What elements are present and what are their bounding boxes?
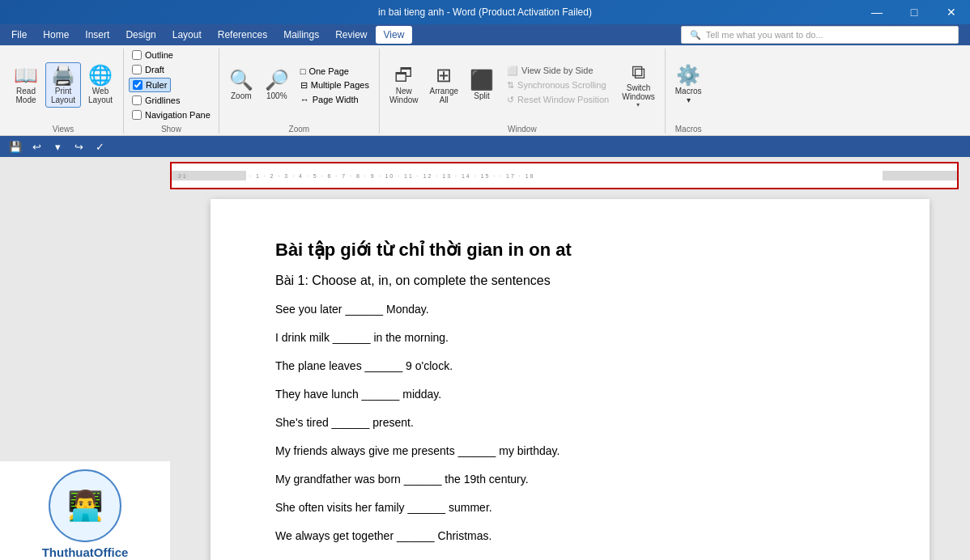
outline-check[interactable] bbox=[132, 50, 142, 60]
doc-line-8: We always get together ______ Christmas. bbox=[275, 528, 865, 545]
show-group-label: Show bbox=[161, 125, 181, 134]
doc-page: Bài tập giới từ chỉ thời gian in on at B… bbox=[211, 199, 930, 560]
draft-checkbox[interactable]: Draft bbox=[129, 63, 168, 76]
page-width-label: Page Width bbox=[313, 95, 359, 104]
ruler-check[interactable] bbox=[133, 80, 143, 90]
minimize-button[interactable]: — bbox=[858, 0, 896, 24]
logo-brand: ThuthuatOffice bbox=[42, 545, 129, 559]
doc-main: · 1 · 2 · 3 · 4 · 5 · 6 · 7 · 8 · 9 · 10… bbox=[170, 157, 970, 560]
macros-button[interactable]: ⚙️ Macros▾ bbox=[670, 63, 707, 107]
navpane-label: Navigation Pane bbox=[145, 110, 211, 120]
zoom-buttons: 🔍 Zoom 🔎 100% □ One Page ⊟ Multiple Page… bbox=[224, 49, 374, 121]
gridlines-check[interactable] bbox=[132, 95, 142, 105]
view-side-by-side-button[interactable]: ⬜ View Side by Side bbox=[500, 64, 615, 78]
read-mode-label: ReadMode bbox=[15, 87, 36, 104]
document-area: 👨‍💻 ThuthuatOffice TRI TY CUA DAN DONG S… bbox=[0, 157, 970, 560]
doc-line-0: See you later ______ Monday. bbox=[275, 301, 865, 318]
search-bar[interactable]: 🔍 Tell me what you want to do... bbox=[681, 26, 959, 44]
menu-mailings[interactable]: Mailings bbox=[275, 26, 327, 44]
switch-windows-arrow: ▾ bbox=[636, 101, 640, 108]
print-layout-icon: 🖨️ bbox=[51, 66, 75, 85]
group-zoom: 🔍 Zoom 🔎 100% □ One Page ⊟ Multiple Page… bbox=[219, 49, 380, 134]
doc-line-5: My friends always give me presents _____… bbox=[275, 443, 865, 460]
close-button[interactable]: ✕ bbox=[933, 0, 970, 24]
new-window-icon: 🗗 bbox=[394, 66, 414, 85]
menu-view[interactable]: View bbox=[376, 26, 413, 44]
window-group-label: Window bbox=[508, 125, 537, 134]
outline-label: Outline bbox=[145, 50, 173, 60]
ruler-checkbox[interactable]: Ruler bbox=[129, 78, 171, 92]
group-views: 📖 ReadMode 🖨️ PrintLayout 🌐 WebLayout Vi… bbox=[3, 49, 124, 134]
zoom-column: □ One Page ⊟ Multiple Pages ↔ Page Width bbox=[296, 65, 374, 106]
search-icon: 🔍 bbox=[690, 30, 701, 40]
qat-check[interactable]: ✓ bbox=[91, 138, 108, 155]
page-width-icon: ↔ bbox=[300, 95, 309, 104]
qat-save[interactable]: 💾 bbox=[6, 138, 24, 155]
web-layout-icon: 🌐 bbox=[88, 66, 113, 85]
menu-layout[interactable]: Layout bbox=[164, 26, 210, 44]
one-page-label: One Page bbox=[308, 66, 349, 76]
switch-windows-label: SwitchWindows bbox=[622, 83, 655, 101]
window-controls: — □ ✕ bbox=[858, 0, 970, 24]
zoom-button[interactable]: 🔍 Zoom bbox=[224, 68, 258, 103]
zoom-group-label: Zoom bbox=[289, 125, 310, 134]
maximize-button[interactable]: □ bbox=[896, 0, 933, 24]
left-sidebar: 👨‍💻 ThuthuatOffice TRI TY CUA DAN DONG S… bbox=[0, 157, 170, 560]
sync-scroll-icon: ⇅ bbox=[507, 80, 514, 91]
zoom-percent-button[interactable]: 🔎 100% bbox=[260, 68, 294, 103]
menu-home[interactable]: Home bbox=[35, 26, 77, 44]
one-page-button[interactable]: □ One Page bbox=[296, 65, 374, 78]
ribbon: 📖 ReadMode 🖨️ PrintLayout 🌐 WebLayout Vi… bbox=[0, 45, 970, 136]
navpane-check[interactable] bbox=[132, 110, 142, 120]
split-label: Split bbox=[474, 91, 489, 100]
draft-check[interactable] bbox=[132, 65, 142, 74]
web-layout-button[interactable]: 🌐 WebLayout bbox=[83, 63, 118, 107]
new-window-button[interactable]: 🗗 NewWindow bbox=[385, 63, 423, 107]
menu-file[interactable]: File bbox=[3, 26, 35, 44]
ruler-left-nums: ·2·1· bbox=[173, 163, 191, 188]
read-mode-icon: 📖 bbox=[14, 66, 38, 85]
show-buttons: Outline Draft Ruler Gridlines Navigation… bbox=[129, 49, 214, 121]
new-window-label: NewWindow bbox=[389, 87, 419, 104]
split-button[interactable]: ⬛ Split bbox=[465, 68, 499, 103]
menu-bar: File Home Insert Design Layout Reference… bbox=[0, 24, 970, 45]
doc-line-2: The plane leaves ______ 9 o'clock. bbox=[275, 358, 865, 375]
menu-design[interactable]: Design bbox=[117, 26, 164, 44]
qat-undo[interactable]: ↩ bbox=[28, 138, 45, 155]
gridlines-label: Gridlines bbox=[145, 95, 180, 105]
logo-section: 👨‍💻 ThuthuatOffice TRI TY CUA DAN DONG S… bbox=[0, 461, 170, 560]
multiple-pages-button[interactable]: ⊟ Multiple Pages bbox=[296, 78, 374, 92]
search-placeholder: Tell me what you want to do... bbox=[706, 30, 823, 40]
doc-title: Bài tập giới từ chỉ thời gian in on at bbox=[275, 240, 865, 261]
split-icon: ⬛ bbox=[470, 70, 494, 90]
gridlines-checkbox[interactable]: Gridlines bbox=[129, 94, 183, 107]
reset-window-icon: ↺ bbox=[507, 95, 514, 105]
menu-review[interactable]: Review bbox=[327, 26, 375, 44]
outline-checkbox[interactable]: Outline bbox=[129, 49, 177, 62]
reset-window-label: Reset Window Position bbox=[517, 95, 609, 104]
switch-windows-icon: ⧉ bbox=[632, 62, 645, 82]
switch-windows-button[interactable]: ⧉ SwitchWindows ▾ bbox=[617, 60, 660, 111]
one-page-icon: □ bbox=[300, 66, 306, 76]
arrange-all-button[interactable]: ⊞ ArrangeAll bbox=[425, 63, 464, 107]
reset-window-position-button[interactable]: ↺ Reset Window Position bbox=[500, 93, 615, 107]
view-side-label: View Side by Side bbox=[521, 66, 593, 75]
qat-undo-dropdown[interactable]: ▾ bbox=[49, 138, 66, 155]
quick-access-toolbar: 💾 ↩ ▾ ↪ ✓ bbox=[0, 136, 970, 157]
group-show: Outline Draft Ruler Gridlines Navigation… bbox=[124, 49, 219, 134]
read-mode-button[interactable]: 📖 ReadMode bbox=[8, 63, 44, 107]
menu-insert[interactable]: Insert bbox=[77, 26, 117, 44]
ribbon-groups: 📖 ReadMode 🖨️ PrintLayout 🌐 WebLayout Vi… bbox=[0, 49, 970, 134]
title-bar: in bai tieng anh - Word (Product Activat… bbox=[0, 0, 970, 24]
qat-redo[interactable]: ↪ bbox=[70, 138, 87, 155]
synchronous-scrolling-button[interactable]: ⇅ Synchronous Scrolling bbox=[500, 78, 615, 92]
macros-buttons: ⚙️ Macros▾ bbox=[670, 49, 707, 121]
doc-scroll[interactable]: Bài tập giới từ chỉ thời gian in on at B… bbox=[170, 191, 970, 560]
web-layout-label: WebLayout bbox=[88, 87, 113, 104]
page-width-button[interactable]: ↔ Page Width bbox=[296, 93, 374, 106]
print-layout-button[interactable]: 🖨️ PrintLayout bbox=[45, 62, 81, 108]
navpane-checkbox[interactable]: Navigation Pane bbox=[129, 108, 214, 121]
ruler-ticks: · 1 · 2 · 3 · 4 · 5 · 6 · 7 · 8 · 9 · 10… bbox=[249, 173, 534, 179]
menu-references[interactable]: References bbox=[210, 26, 275, 44]
ruler-label: Ruler bbox=[146, 80, 167, 90]
